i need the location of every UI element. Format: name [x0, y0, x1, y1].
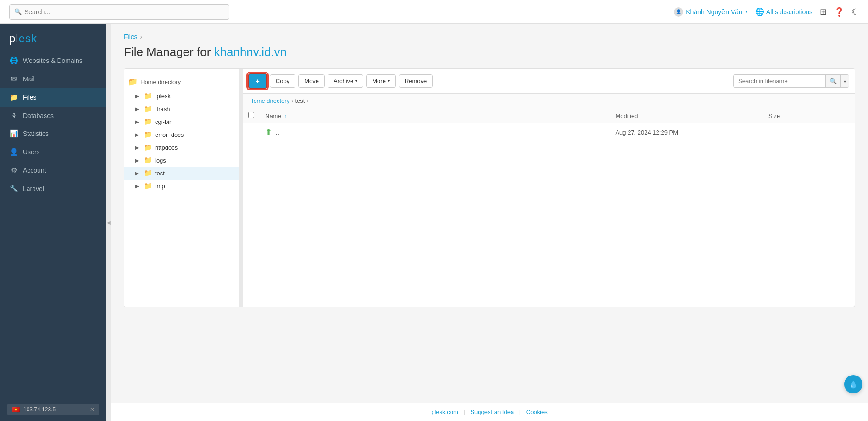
- topbar-right: 👤 Khánh Nguyễn Văn ▾ 🌐 All subscriptions…: [674, 7, 859, 17]
- file-table-container: Name ↑ Modified Size: [243, 108, 855, 307]
- modified-col-label: Modified: [615, 112, 638, 119]
- select-all-checkbox[interactable]: [248, 112, 254, 118]
- subscriptions-button[interactable]: 🌐 All subscriptions: [755, 7, 812, 16]
- sidebar-item-laravel[interactable]: 🔧 Laravel: [0, 180, 106, 198]
- fm-resizer[interactable]: ⋮: [239, 69, 243, 307]
- tree-item-httpdocs[interactable]: ▶ 📁 httpdocs: [124, 141, 239, 154]
- floating-icon: 💧: [849, 380, 858, 389]
- sidebar-nav: 🌐 Websites & Domains ✉ Mail 📁 Files 🗄 Da…: [0, 51, 106, 198]
- tree-item-test[interactable]: ▶ 📁 test: [124, 167, 239, 180]
- copy-button[interactable]: Copy: [270, 74, 295, 88]
- sidebar-item-users[interactable]: 👤 Users: [0, 143, 106, 161]
- sidebar-item-statistics[interactable]: 📊 Statistics: [0, 124, 106, 143]
- help-icon[interactable]: ❓: [834, 7, 844, 17]
- search-filename-dropdown-button[interactable]: ▾: [840, 75, 849, 87]
- sidebar-collapse-handle[interactable]: ◀: [106, 24, 111, 421]
- size-col-label: Size: [768, 112, 780, 119]
- arrow-icon: ▶: [135, 107, 141, 112]
- sidebar: plesk 🌐 Websites & Domains ✉ Mail 📁 File…: [0, 24, 106, 421]
- user-menu[interactable]: 👤 Khánh Nguyễn Văn ▾: [674, 7, 748, 17]
- add-button[interactable]: +: [248, 73, 267, 89]
- arrow-icon: ▶: [135, 94, 141, 99]
- sidebar-item-label: Account: [23, 167, 46, 174]
- move-button[interactable]: Move: [298, 74, 325, 88]
- sidebar-item-websites[interactable]: 🌐 Websites & Domains: [0, 51, 106, 70]
- tree-item-trash[interactable]: ▶ 📁 .trash: [124, 102, 239, 115]
- row-modified-cell: Aug 27, 2024 12:29 PM: [610, 123, 763, 141]
- tree-item-logs[interactable]: ▶ 📁 logs: [124, 154, 239, 167]
- user-name: Khánh Nguyễn Văn: [686, 8, 742, 16]
- theme-icon[interactable]: ☾: [851, 7, 859, 17]
- folder-icon: 📁: [144, 130, 152, 139]
- topbar: 🔍 👤 Khánh Nguyễn Văn ▾ 🌐 All subscriptio…: [0, 0, 868, 24]
- tree-item-label: error_docs: [155, 131, 184, 138]
- page-title-domain[interactable]: khanhnv.id.vn: [214, 45, 287, 59]
- fm-toolbar: + Copy Move Archive ▾ More ▾ Remove: [243, 69, 855, 94]
- grid-icon[interactable]: ⊞: [820, 7, 827, 17]
- sidebar-item-label: Mail: [23, 75, 35, 83]
- file-manager: 📁 Home directory ▶ 📁 .plesk ▶ 📁 .trash: [124, 68, 855, 307]
- name-col-header[interactable]: Name ↑: [260, 108, 610, 123]
- content-area: Files › File Manager for khanhnv.id.vn 📁…: [111, 24, 868, 421]
- search-dropdown-icon: ▾: [844, 79, 846, 84]
- parent-dir-link[interactable]: ..: [276, 129, 279, 136]
- collapse-icon: ◀: [107, 220, 111, 225]
- fm-breadcrumb-home-link[interactable]: Home directory: [249, 97, 289, 104]
- tree-item-tmp[interactable]: ▶ 📁 tmp: [124, 180, 239, 192]
- modified-col-header[interactable]: Modified: [610, 108, 763, 123]
- ip-close-icon[interactable]: ✕: [90, 406, 95, 413]
- folder-icon: 📁: [144, 92, 152, 100]
- footer-sep2: |: [519, 409, 521, 415]
- tree-item-error-docs[interactable]: ▶ 📁 error_docs: [124, 128, 239, 141]
- users-icon: 👤: [9, 148, 18, 156]
- breadcrumb-files-link[interactable]: Files: [124, 33, 138, 40]
- folder-icon: 📁: [144, 156, 152, 164]
- row-size-cell: [763, 123, 855, 141]
- search-filename-input[interactable]: [734, 75, 825, 87]
- tree-item-plesk[interactable]: ▶ 📁 .plesk: [124, 90, 239, 102]
- floating-action-button[interactable]: 💧: [844, 375, 862, 393]
- table-row: ⬆ .. Aug 27, 2024 12:29 PM: [243, 123, 855, 141]
- tree-item-cgi-bin[interactable]: ▶ 📁 cgi-bin: [124, 115, 239, 128]
- main-layout: plesk 🌐 Websites & Domains ✉ Mail 📁 File…: [0, 24, 868, 421]
- sidebar-item-label: Statistics: [23, 130, 49, 137]
- sidebar-logo: plesk: [0, 24, 106, 51]
- tree-item-label: .trash: [155, 106, 170, 112]
- search-filename-button[interactable]: 🔍: [825, 75, 840, 87]
- footer: plesk.com | Suggest an Idea | Cookies: [111, 403, 868, 421]
- suggest-idea-link[interactable]: Suggest an Idea: [470, 409, 514, 415]
- sidebar-item-files[interactable]: 📁 Files: [0, 88, 106, 107]
- remove-button[interactable]: Remove: [399, 74, 433, 88]
- fm-path-breadcrumb: Home directory › test ›: [243, 94, 855, 108]
- table-header-row: Name ↑ Modified Size: [243, 108, 855, 123]
- archive-button[interactable]: Archive ▾: [328, 74, 363, 88]
- sidebar-bottom: 🇻🇳 103.74.123.5 ✕: [0, 398, 106, 421]
- search-icon: 🔍: [14, 8, 22, 15]
- more-button[interactable]: More ▾: [366, 74, 396, 88]
- sidebar-item-label: Users: [23, 148, 40, 156]
- tree-item-label: test: [155, 170, 165, 177]
- fm-breadcrumb-sep: ›: [291, 97, 293, 104]
- size-col-header[interactable]: Size: [763, 108, 855, 123]
- folder-icon: 📁: [144, 105, 152, 113]
- name-col-label: Name: [265, 112, 281, 119]
- sidebar-item-label: Laravel: [23, 185, 44, 192]
- mail-icon: ✉: [9, 75, 18, 83]
- arrow-icon: ▶: [135, 184, 141, 189]
- sidebar-item-account[interactable]: ⚙ Account: [0, 161, 106, 180]
- arrow-icon: ▶: [135, 132, 141, 137]
- tree-root-item[interactable]: 📁 Home directory: [124, 74, 239, 90]
- more-label: More: [372, 78, 386, 84]
- sort-arrow-icon: ↑: [284, 113, 287, 119]
- sidebar-item-mail[interactable]: ✉ Mail: [0, 70, 106, 88]
- search-input[interactable]: [24, 8, 224, 16]
- tree-item-label: cgi-bin: [155, 118, 172, 125]
- sidebar-item-databases[interactable]: 🗄 Databases: [0, 107, 106, 124]
- breadcrumb: Files ›: [124, 33, 855, 40]
- logo-text: plesk: [9, 32, 37, 45]
- search-bar: 🔍: [9, 4, 229, 20]
- cookies-link[interactable]: Cookies: [526, 409, 548, 415]
- more-dropdown-icon: ▾: [388, 79, 390, 84]
- arrow-icon: ▶: [135, 145, 141, 150]
- plesk-link[interactable]: plesk.com: [431, 409, 458, 415]
